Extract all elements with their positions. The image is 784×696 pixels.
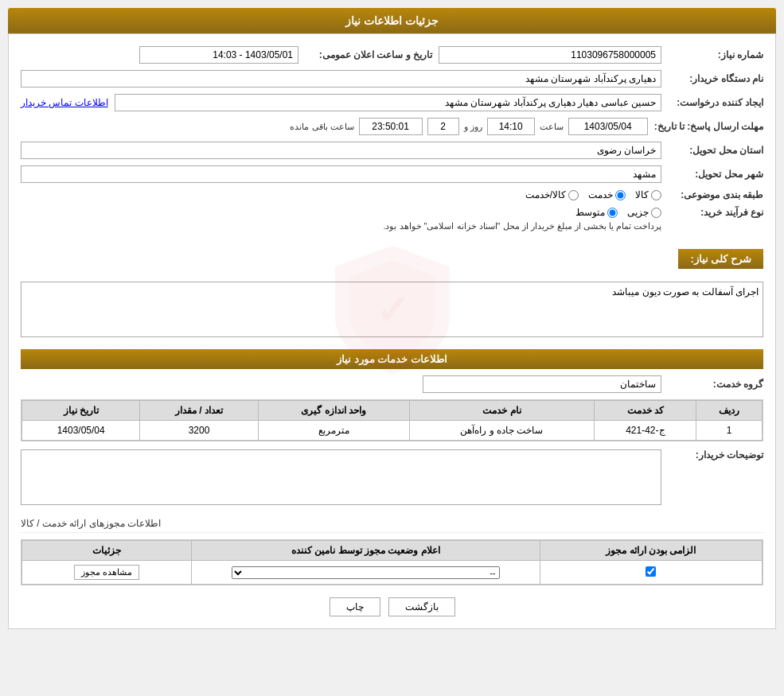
permit-required-checkbox[interactable] xyxy=(646,566,656,577)
col-quantity: تعداد / مقدار xyxy=(140,401,258,421)
province-value: خراسان رضوی xyxy=(21,142,661,159)
response-date: 1403/05/04 xyxy=(568,118,648,135)
service-group-label: گروه خدمت: xyxy=(668,379,763,390)
response-time-label: ساعت xyxy=(540,122,564,132)
response-days: 2 xyxy=(427,118,459,135)
cell-unit: مترمربع xyxy=(258,421,409,441)
bottom-buttons: بازگشت چاپ xyxy=(21,597,763,616)
col-row: ردیف xyxy=(696,401,763,421)
category-khadamat-radio[interactable] xyxy=(615,190,626,200)
purchase-motawaset-label: متوسط xyxy=(575,207,605,218)
response-deadline-label: مهلت ارسال پاسخ: تا تاریخ: xyxy=(654,121,763,132)
services-section-title: اطلاعات خدمات مورد نیاز xyxy=(21,349,763,369)
buyer-org-label: نام دستگاه خریدار: xyxy=(668,73,763,84)
province-label: استان محل تحویل: xyxy=(668,145,763,156)
permit-table-container: الزامی بودن ارائه مجوز اعلام وضعیت مجوز … xyxy=(21,539,763,585)
permit-table: الزامی بودن ارائه مجوز اعلام وضعیت مجوز … xyxy=(21,540,763,585)
cell-permit-required xyxy=(540,561,762,585)
city-value: مشهد xyxy=(21,165,661,183)
category-label: طبقه بندی موضوعی: xyxy=(668,189,763,200)
page-title: جزئیات اطلاعات نیاز xyxy=(8,8,776,33)
announce-datetime-value: 1403/05/01 - 14:03 xyxy=(139,46,298,64)
city-label: شهر محل تحویل: xyxy=(668,169,763,180)
permit-table-row: -- مشاهده مجوز xyxy=(22,561,763,585)
print-button[interactable]: چاپ xyxy=(330,597,380,616)
permit-section-title: اطلاعات مجوزهای ارائه خدمت / کالا xyxy=(21,518,161,529)
category-kala-label: کالا xyxy=(635,189,649,200)
response-days-label: روز و xyxy=(464,122,482,132)
cell-permit-details: مشاهده مجوز xyxy=(22,561,192,585)
service-group-value: ساختمان xyxy=(423,375,661,393)
col-permit-details: جزئیات xyxy=(22,541,192,561)
col-unit: واحد اندازه گیری xyxy=(258,401,409,421)
response-time: 14:10 xyxy=(487,118,535,135)
back-button[interactable]: بازگشت xyxy=(388,597,455,616)
need-description-textarea[interactable]: اجرای آسفالت به صورت دیون میباشد xyxy=(21,282,763,337)
services-table-container: ردیف کد خدمت نام خدمت واحد اندازه گیری ت… xyxy=(21,399,763,441)
view-permit-button[interactable]: مشاهده مجوز xyxy=(74,565,139,580)
response-remaining: 23:50:01 xyxy=(359,118,423,135)
category-kala-khadamat-item: کالا/خدمت xyxy=(525,189,579,200)
category-kala-item: کالا xyxy=(635,189,661,200)
requester-label: ایجاد کننده درخواست: xyxy=(668,97,763,108)
cell-service-name: ساخت جاده و راه‌آهن xyxy=(409,421,595,441)
cell-quantity: 3200 xyxy=(140,421,258,441)
purchase-motawaset-item: متوسط xyxy=(575,207,618,218)
category-kala-khadamat-radio[interactable] xyxy=(568,190,579,200)
purchase-jozii-item: جزیی xyxy=(627,207,661,218)
category-kala-radio[interactable] xyxy=(651,190,661,200)
purchase-type-label: نوع فرآیند خرید: xyxy=(668,207,763,218)
purchase-jozii-label: جزیی xyxy=(627,207,649,218)
col-service-code: کد خدمت xyxy=(595,401,696,421)
buyer-org-value: دهیاری پرکندآباد شهرستان مشهد xyxy=(21,70,661,87)
services-table: ردیف کد خدمت نام خدمت واحد اندازه گیری ت… xyxy=(21,400,763,441)
buyer-notes-textarea[interactable] xyxy=(21,449,661,505)
announce-datetime-label: تاریخ و ساعت اعلان عمومی: xyxy=(305,49,432,60)
category-khadamat-label: خدمت xyxy=(588,189,613,200)
need-number-label: شماره نیاز: xyxy=(668,49,763,60)
purchase-type-note: پرداخت تمام یا بخشی از مبلغ خریدار از مح… xyxy=(21,221,661,231)
col-date: تاریخ نیاز xyxy=(22,401,140,421)
response-remaining-label: ساعت باقی مانده xyxy=(290,122,353,132)
cell-service-code: ج-42-421 xyxy=(595,421,696,441)
requester-value: حسین عباسی دهیار دهیاری پرکندآباد شهرستا… xyxy=(115,94,661,111)
category-khadamat-item: خدمت xyxy=(588,189,626,200)
purchase-jozii-radio[interactable] xyxy=(651,208,661,218)
cell-row: 1 xyxy=(696,421,763,441)
purchase-motawaset-radio[interactable] xyxy=(607,208,618,218)
cell-date: 1403/05/04 xyxy=(22,421,140,441)
buyer-notes-label: توضیحات خریدار: xyxy=(668,449,763,461)
category-radio-group: کالا خدمت کالا/خدمت xyxy=(525,189,661,200)
col-permit-required: الزامی بودن ارائه مجوز xyxy=(540,541,762,561)
cell-permit-status: -- xyxy=(191,561,540,585)
col-service-name: نام خدمت xyxy=(409,401,595,421)
col-permit-status: اعلام وضعیت مجوز توسط نامین کننده xyxy=(191,541,540,561)
permit-status-select[interactable]: -- xyxy=(232,566,500,579)
contact-link[interactable]: اطلاعات تماس خریدار xyxy=(21,97,108,108)
services-table-row: 1 ج-42-421 ساخت جاده و راه‌آهن مترمربع 3… xyxy=(22,421,763,441)
category-kala-khadamat-label: کالا/خدمت xyxy=(525,189,566,200)
need-number-value: 1103096758000005 xyxy=(439,46,661,64)
need-desc-section-title: شرح کلی نیاز: xyxy=(678,249,763,269)
